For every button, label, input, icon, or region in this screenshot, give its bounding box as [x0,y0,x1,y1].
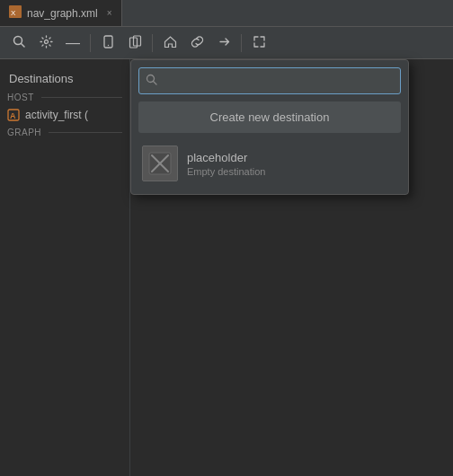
arrow-toolbar-button[interactable] [212,31,235,55]
tab-close-icon[interactable]: × [107,8,112,18]
toolbar-separator-2 [152,34,153,52]
host-section-label: HOST [0,89,129,106]
sidebar-item-activity-first[interactable]: A activity_first ( [0,106,129,124]
panel-title: Destinations [0,66,129,89]
home-icon [164,35,177,51]
create-destination-label: Create new destination [210,110,330,124]
minus-icon: — [66,36,80,50]
search-wrapper [138,67,401,94]
arrow-right-icon [218,35,231,51]
tab-bar: X nav_graph.xml × [0,0,453,27]
tab-label: nav_graph.xml [27,7,98,20]
expand-icon [253,35,266,51]
home-toolbar-button[interactable] [158,31,182,55]
phone-icon [102,35,115,51]
search-icon [13,35,26,51]
toolbar: — [0,27,453,59]
activity-icon: A [7,109,20,121]
phone-toolbar-button[interactable] [96,31,120,55]
svg-line-3 [21,43,24,47]
settings-toolbar-button[interactable] [34,31,58,55]
svg-text:A: A [10,111,16,120]
gear-icon [40,35,53,51]
content-area: Create new destination placeholder Empty… [130,59,453,476]
main-layout: Destinations HOST A activity_first ( GRA… [0,59,453,476]
link-toolbar-button[interactable] [185,31,209,55]
sidebar: Destinations HOST A activity_first ( GRA… [0,59,130,476]
destination-list-item[interactable]: placeholder Empty destination [138,140,401,187]
copy-phone-toolbar-button[interactable] [123,31,147,55]
minimize-toolbar-button[interactable]: — [61,31,84,55]
toolbar-separator-1 [90,34,91,52]
sidebar-item-label: activity_first ( [25,109,88,121]
destinations-dropdown: Create new destination placeholder Empty… [130,59,409,195]
nav-graph-tab[interactable]: X nav_graph.xml × [0,0,122,26]
svg-line-12 [154,82,157,85]
destination-info: placeholder Empty destination [187,151,265,177]
svg-text:X: X [11,9,16,17]
graph-section-label: GRAPH [0,124,129,141]
link-icon [191,35,204,51]
destination-search-input[interactable] [138,67,401,94]
svg-point-4 [44,40,48,43]
create-destination-button[interactable]: Create new destination [138,101,401,133]
destination-name: placeholder [187,151,265,164]
destination-thumbnail [142,145,178,181]
svg-point-6 [107,44,108,45]
search-icon-inside [146,74,157,88]
copy-phone-icon [129,35,142,51]
expand-toolbar-button[interactable] [247,31,271,55]
destination-type: Empty destination [187,166,265,177]
tab-file-icon: X [9,5,22,21]
search-toolbar-button[interactable] [7,31,31,55]
toolbar-separator-3 [241,34,242,52]
